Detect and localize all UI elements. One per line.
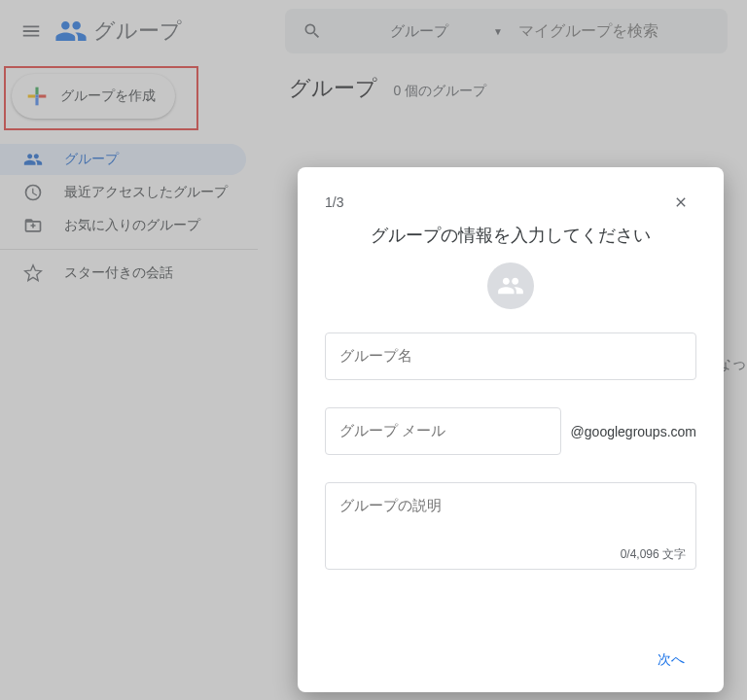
group-description-field[interactable]: グループの説明 0/4,096 文字 [325, 482, 696, 570]
group-avatar-placeholder [487, 262, 534, 309]
people-icon [497, 272, 524, 299]
create-group-dialog: 1/3 グループの情報を入力してください グループ名 グループ メール @goo… [298, 167, 724, 692]
dialog-title: グループの情報を入力してください [325, 224, 696, 247]
group-name-field[interactable]: グループ名 [325, 332, 696, 380]
next-button-label: 次へ [658, 651, 685, 667]
close-icon [673, 194, 689, 210]
dialog-step-indicator: 1/3 [325, 194, 343, 210]
group-email-placeholder: グループ メール [339, 422, 445, 438]
group-name-placeholder: グループ名 [339, 347, 412, 364]
group-description-placeholder: グループの説明 [339, 497, 442, 513]
char-counter: 0/4,096 文字 [621, 546, 686, 563]
email-domain-suffix: @googlegroups.com [571, 424, 696, 439]
group-email-field[interactable]: グループ メール [325, 407, 561, 455]
next-button[interactable]: 次へ [646, 644, 696, 677]
close-button[interactable] [665, 187, 696, 218]
